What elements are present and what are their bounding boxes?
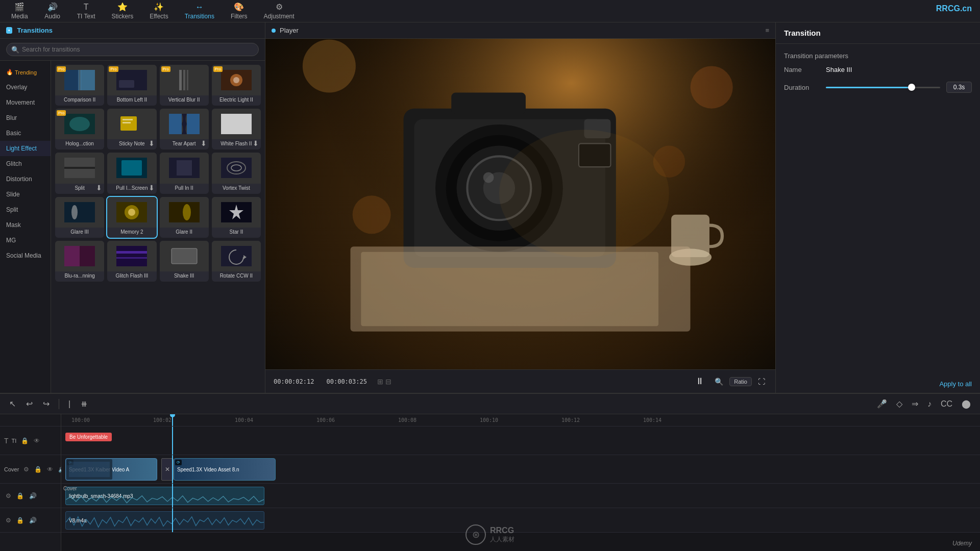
audio1-lock-button[interactable]: 🔒 xyxy=(15,492,26,500)
subtitle-button[interactable]: CC xyxy=(938,397,955,411)
nav-adjustment[interactable]: ⚙ Adjustment xyxy=(257,0,302,22)
download-icon: ⬇ xyxy=(149,184,155,192)
svg-rect-8 xyxy=(187,70,188,90)
grid-label: Glare III xyxy=(55,228,104,236)
grid-item-split[interactable]: Split ⬇ xyxy=(55,153,104,193)
sidebar-item-basic[interactable]: Basic xyxy=(0,126,51,141)
svg-rect-42 xyxy=(116,246,147,266)
center-panel: Player ≡ xyxy=(265,22,776,393)
audio2-vol-button[interactable]: 🔊 xyxy=(28,516,38,524)
zoom-icon[interactable]: 🔍 xyxy=(713,375,725,388)
grid-label: Blu-ra...nning xyxy=(55,271,104,280)
grid-label: Shake III xyxy=(160,271,209,280)
grid-item-star-ii[interactable]: Star II xyxy=(212,197,261,238)
speed-button[interactable]: ⇒ xyxy=(909,397,921,411)
svg-rect-44 xyxy=(116,257,147,259)
playhead-line-audio1 xyxy=(172,484,173,508)
grid-item-bottom-left-ii[interactable]: Pro Bottom Left II xyxy=(107,65,156,106)
track-lock-button[interactable]: 🔒 xyxy=(19,437,30,445)
sidebar-item-overlay[interactable]: Overlay xyxy=(0,80,51,95)
grid-item-glitch-flash-iii[interactable]: Glitch Flash III xyxy=(107,241,156,282)
grid-item-pull-in-ii[interactable]: Pull In II xyxy=(160,153,209,193)
sidebar-item-mg[interactable]: MG xyxy=(0,233,51,248)
select-tool-button[interactable]: ↖ xyxy=(6,397,19,411)
grid-item-vertical-blur-ii[interactable]: Pro Vertical Blur II xyxy=(160,65,209,106)
stickers-icon: ⭐ xyxy=(117,2,128,12)
pause-button[interactable]: ⏸ xyxy=(693,374,706,389)
grid-item-glare-ii[interactable]: Glare II xyxy=(160,197,209,238)
sidebar-item-social-media[interactable]: Social Media xyxy=(0,248,51,263)
grid-item-electric-light-ii[interactable]: Pro Electric Light II xyxy=(212,65,261,106)
mic-button[interactable]: 🎤 xyxy=(874,397,890,411)
grid-item-holographic[interactable]: Pro Holog...ction xyxy=(55,109,104,149)
cover-track-label: Cover xyxy=(61,485,79,492)
track-visible-button[interactable]: 👁 xyxy=(32,437,41,445)
grid-item-comparison-ii[interactable]: Pro Comparison II xyxy=(55,65,104,106)
grid-item-memory-2[interactable]: Memory 2 xyxy=(107,197,156,238)
split-button[interactable]: ⧻ xyxy=(78,397,90,411)
cut-button[interactable]: | xyxy=(65,397,74,411)
name-value: Shake III xyxy=(826,66,852,73)
track-settings-button[interactable]: ⚙ xyxy=(22,465,31,473)
redo-button[interactable]: ↪ xyxy=(40,397,53,411)
nav-transitions[interactable]: ↔ Transitions xyxy=(178,1,222,22)
sidebar-item-slide[interactable]: Slide xyxy=(0,187,51,202)
audio1-settings-button[interactable]: ⚙ xyxy=(4,492,13,500)
color-button[interactable]: ⬤ xyxy=(959,397,974,411)
nav-audio[interactable]: 🔊 Audio xyxy=(37,0,68,22)
track-lock2-button[interactable]: 🔒 xyxy=(33,465,43,473)
track-actions-audio1: ⚙ 🔒 🔊 xyxy=(4,492,38,500)
nav-effects[interactable]: ✨ Effects xyxy=(142,0,175,22)
ratio-button[interactable]: Ratio xyxy=(729,377,752,386)
nav-stickers[interactable]: ⭐ Stickers xyxy=(104,0,140,22)
audio1-vol-button[interactable]: 🔊 xyxy=(28,492,38,500)
grid-item-glare-iii[interactable]: Glare III xyxy=(55,197,104,238)
duration-slider[interactable] xyxy=(826,82,940,92)
grid-item-shake-iii[interactable]: Shake III xyxy=(160,241,209,282)
nav-filters[interactable]: 🎨 Filters xyxy=(224,0,255,22)
grid-item-rotate-ccw-ii[interactable]: Rotate CCW II xyxy=(212,241,261,282)
sidebar-item-distortion[interactable]: Distortion xyxy=(0,171,51,187)
keyframe-button[interactable]: ◇ xyxy=(893,397,905,411)
fullscreen-button[interactable]: ⛶ xyxy=(756,375,767,388)
sidebar-item-blur[interactable]: Blur xyxy=(0,110,51,126)
audio2-lock-button[interactable]: 🔒 xyxy=(15,516,26,524)
video-clip-2[interactable]: ⟳ Speed1.3X Video Asset 8.n xyxy=(174,458,276,481)
sidebar-item-light-effect[interactable]: Light Effect xyxy=(0,141,51,156)
sidebar-item-trending[interactable]: 🔥 Trending xyxy=(0,65,51,80)
grid-item-sticky-note[interactable]: Sticky Note ⬇ xyxy=(107,109,156,149)
track-visible2-button[interactable]: 👁 xyxy=(45,465,55,473)
sidebar-item-movement[interactable]: Movement xyxy=(0,95,51,110)
audio-clip-1[interactable]: lightbulb_smash-34684.mp3 xyxy=(65,487,264,505)
svg-rect-1 xyxy=(81,70,95,90)
undo-button[interactable]: ↩ xyxy=(23,397,36,411)
grid-item-white-flash-ii[interactable]: White Flash II ⬇ xyxy=(212,109,261,149)
nav-media[interactable]: 🎬 Media xyxy=(4,0,35,22)
playhead[interactable] xyxy=(172,414,173,426)
audio-button[interactable]: ♪ xyxy=(924,397,935,411)
list-view-icon[interactable]: ⊟ xyxy=(385,378,391,386)
audio-clip-2[interactable]: V8.m4a xyxy=(65,511,264,530)
grid-item-pull-screen[interactable]: Pull I...Screen ⬇ xyxy=(107,153,156,193)
slider-thumb[interactable] xyxy=(908,84,915,91)
player-menu-icon[interactable]: ≡ xyxy=(765,27,769,34)
watermark-rrcg: RRCG xyxy=(490,526,514,535)
transition-x-icon: ✕ xyxy=(165,466,170,473)
player-area[interactable] xyxy=(265,39,775,369)
grid-item-tear-apart[interactable]: Tear Apart ⬇ xyxy=(160,109,209,149)
grid-label: Vortex Twist xyxy=(212,184,261,192)
audio2-settings-button[interactable]: ⚙ xyxy=(4,516,13,524)
text-clip-unforgettable[interactable]: Be Unforgettable xyxy=(65,433,112,441)
transitions-tab-badge: • xyxy=(6,27,12,34)
apply-to-all-button[interactable]: Apply to all xyxy=(939,380,972,388)
sidebar-item-split[interactable]: Split xyxy=(0,202,51,217)
sidebar-item-mask[interactable]: Mask xyxy=(0,217,51,233)
svg-rect-43 xyxy=(116,251,147,254)
grid-item-vortex-twist[interactable]: Vortex Twist xyxy=(212,153,261,193)
search-input[interactable] xyxy=(6,43,259,56)
nav-text[interactable]: T TI Text xyxy=(70,1,103,22)
grid-view-icon[interactable]: ⊞ xyxy=(377,378,383,386)
sidebar-item-glitch[interactable]: Glitch xyxy=(0,156,51,171)
panel-header: • Transitions xyxy=(0,22,265,39)
grid-item-blu-ra-nning[interactable]: Blu-ra...nning xyxy=(55,241,104,282)
